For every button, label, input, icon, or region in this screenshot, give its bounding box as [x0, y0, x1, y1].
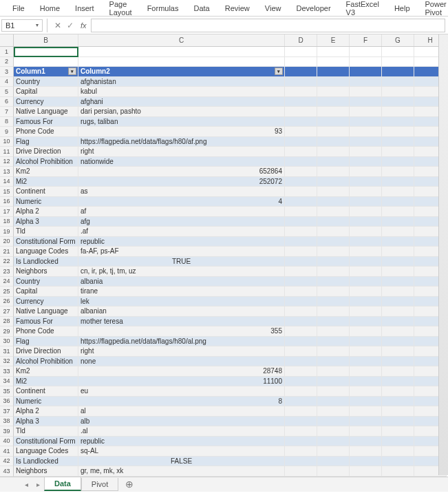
- cell-C22[interactable]: TRUE: [78, 257, 285, 267]
- cell-E4[interactable]: [317, 77, 350, 87]
- cell-C12[interactable]: nationwide: [78, 157, 285, 167]
- row-header[interactable]: 28: [0, 317, 14, 327]
- cell-C8[interactable]: rugs, taliban: [78, 117, 285, 127]
- ribbon-tab-help[interactable]: Help: [387, 2, 417, 14]
- cell-D22[interactable]: [285, 257, 317, 267]
- cell-F34[interactable]: [350, 377, 382, 387]
- cell-E36[interactable]: [317, 397, 350, 407]
- cell-E22[interactable]: [317, 257, 350, 267]
- cell-E37[interactable]: [317, 406, 350, 417]
- cell-D3[interactable]: [285, 67, 317, 77]
- cell-D17[interactable]: [285, 207, 317, 217]
- cell-F40[interactable]: [350, 437, 382, 447]
- cell-D9[interactable]: [285, 127, 317, 137]
- cell-D28[interactable]: [285, 317, 317, 327]
- cell-E18[interactable]: [317, 217, 350, 227]
- cell-B8[interactable]: Famous For: [14, 117, 78, 127]
- cell-G30[interactable]: [382, 337, 414, 347]
- cell-C34[interactable]: 11100: [78, 377, 285, 387]
- cell-D33[interactable]: [285, 366, 317, 377]
- cell-E13[interactable]: [317, 167, 350, 177]
- row-header[interactable]: 19: [0, 227, 14, 237]
- cell-D21[interactable]: [285, 247, 317, 257]
- cell-F16[interactable]: [350, 197, 382, 207]
- row-header[interactable]: 4: [0, 77, 14, 87]
- cell-G3[interactable]: [382, 67, 414, 77]
- cell-G31[interactable]: [382, 346, 414, 357]
- row-header[interactable]: 15: [0, 187, 14, 197]
- ribbon-tab-data[interactable]: Data: [186, 2, 216, 14]
- cell-D2[interactable]: [285, 57, 317, 67]
- cell-G17[interactable]: [382, 207, 414, 217]
- cell-C43[interactable]: gr, me, mk, xk: [78, 466, 285, 477]
- row-header[interactable]: 9: [0, 127, 14, 137]
- cell-G26[interactable]: [382, 297, 414, 307]
- cell-G18[interactable]: [382, 217, 414, 227]
- cell-D23[interactable]: [285, 267, 317, 277]
- cell-D34[interactable]: [285, 377, 317, 387]
- cell-D15[interactable]: [285, 187, 317, 197]
- cell-F38[interactable]: [350, 417, 382, 427]
- ribbon-tab-formulas[interactable]: Formulas: [140, 2, 186, 14]
- cell-G24[interactable]: [382, 277, 414, 287]
- cell-C21[interactable]: fa-AF, ps-AF: [78, 247, 285, 257]
- row-header[interactable]: 11: [0, 147, 14, 157]
- cell-E12[interactable]: [317, 157, 350, 167]
- cell-B18[interactable]: Alpha 3: [14, 217, 78, 227]
- row-header[interactable]: 24: [0, 277, 14, 287]
- cell-F31[interactable]: [350, 346, 382, 357]
- cell-F43[interactable]: [350, 466, 382, 477]
- cell-F42[interactable]: [350, 457, 382, 467]
- cell-F41[interactable]: [350, 446, 382, 457]
- cell-F2[interactable]: [350, 57, 382, 67]
- cell-C13[interactable]: 652864: [78, 167, 285, 177]
- cell-F37[interactable]: [350, 406, 382, 417]
- cell-D19[interactable]: [285, 227, 317, 237]
- row-header[interactable]: 3: [0, 67, 14, 77]
- row-header[interactable]: 35: [0, 386, 14, 397]
- cell-B40[interactable]: Constitutional Form: [14, 437, 78, 447]
- ribbon-tab-developer[interactable]: Developer: [289, 2, 337, 14]
- column-header-D[interactable]: D: [285, 34, 317, 46]
- fx-icon[interactable]: fx: [76, 21, 91, 30]
- cell-C41[interactable]: sq-AL: [78, 446, 285, 457]
- ribbon-tab-insert[interactable]: Insert: [68, 2, 101, 14]
- cell-E24[interactable]: [317, 277, 350, 287]
- cell-B10[interactable]: Flag: [14, 137, 78, 147]
- cell-C9[interactable]: 93: [78, 127, 285, 137]
- cell-G1[interactable]: [382, 47, 414, 57]
- cell-B5[interactable]: Capital: [14, 87, 78, 97]
- cell-D42[interactable]: [285, 457, 317, 467]
- cell-G25[interactable]: [382, 287, 414, 297]
- cell-G40[interactable]: [382, 437, 414, 447]
- sheet-tab-pivot[interactable]: Pivot: [81, 478, 118, 491]
- column-header-B[interactable]: B: [14, 34, 78, 46]
- cell-F15[interactable]: [350, 187, 382, 197]
- cell-F10[interactable]: [350, 137, 382, 147]
- cell-D13[interactable]: [285, 167, 317, 177]
- row-header[interactable]: 6: [0, 97, 14, 107]
- cell-E23[interactable]: [317, 267, 350, 277]
- row-header[interactable]: 41: [0, 446, 14, 457]
- cell-B37[interactable]: Alpha 2: [14, 406, 78, 417]
- cell-C2[interactable]: [78, 57, 285, 67]
- cell-G36[interactable]: [382, 397, 414, 407]
- row-header[interactable]: 36: [0, 397, 14, 407]
- cell-F19[interactable]: [350, 227, 382, 237]
- cell-D4[interactable]: [285, 77, 317, 87]
- cell-B3[interactable]: Column1▾: [14, 67, 78, 77]
- row-header[interactable]: 23: [0, 267, 14, 277]
- cell-E21[interactable]: [317, 247, 350, 257]
- cell-E35[interactable]: [317, 386, 350, 397]
- cell-G9[interactable]: [382, 127, 414, 137]
- cell-G8[interactable]: [382, 117, 414, 127]
- cell-D27[interactable]: [285, 306, 317, 317]
- ribbon-tab-fastexcel-v3[interactable]: FastExcel V3: [339, 0, 386, 19]
- cell-C37[interactable]: al: [78, 406, 285, 417]
- cell-B30[interactable]: Flag: [14, 337, 78, 347]
- cell-G28[interactable]: [382, 317, 414, 327]
- row-header[interactable]: 26: [0, 297, 14, 307]
- cell-B6[interactable]: Currency: [14, 97, 78, 107]
- enter-icon[interactable]: ✓: [64, 21, 76, 30]
- ribbon-tab-power-pivot[interactable]: Power Pivot: [418, 0, 448, 19]
